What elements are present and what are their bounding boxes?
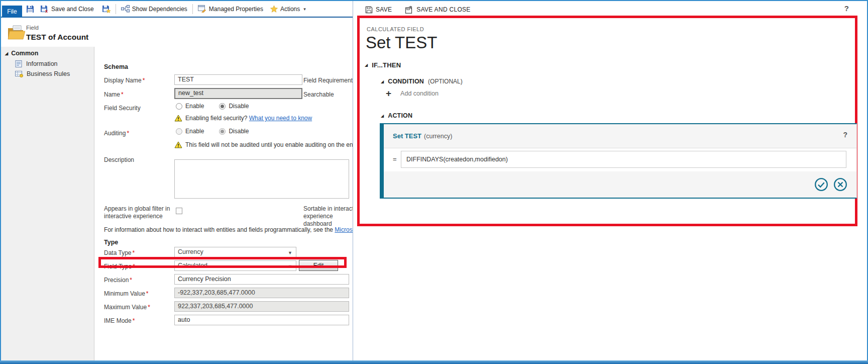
managed-properties-button[interactable]: Managed Properties xyxy=(198,5,263,13)
annotation-box-editor: CALCULATED FIELD Set TEST ◢ IF...THEN ◢ … xyxy=(357,16,857,226)
field-security-radio-group: Enable Disable xyxy=(176,103,249,110)
field-security-warning-text: Enabling field security? xyxy=(185,115,247,122)
schema-section-heading: Schema xyxy=(104,63,128,70)
actions-menu-button[interactable]: Actions ▾ xyxy=(270,6,306,13)
managed-properties-icon xyxy=(198,5,206,13)
confirm-check-button[interactable] xyxy=(814,177,828,192)
window-bottom-edge xyxy=(0,360,868,364)
help-icon[interactable]: ? xyxy=(843,131,847,139)
show-dependencies-icon xyxy=(121,5,130,13)
chevron-down-icon: ▾ xyxy=(303,7,306,12)
auditing-disable-radio[interactable] xyxy=(219,128,226,135)
panel-save-button[interactable]: SAVE xyxy=(365,6,392,14)
file-tab[interactable]: File xyxy=(2,6,22,18)
main-toolbar: File x Save and Close Show Dependencies … xyxy=(1,1,353,18)
precision-label: Precision* xyxy=(104,277,132,284)
what-you-need-to-know-link[interactable]: What you need to know xyxy=(249,115,312,122)
sidebar-item-label: Business Rules xyxy=(27,70,70,77)
calculated-field-panel: SAVE SAVE AND CLOSE ? CALCULATED FIELD S… xyxy=(353,1,867,360)
field-type-label: Field Type* xyxy=(104,263,135,270)
save-and-close-button[interactable]: x Save and Close xyxy=(40,5,94,13)
description-label: Description xyxy=(104,156,134,163)
programmability-info: For information about how to interact wi… xyxy=(104,226,372,233)
svg-text:x: x xyxy=(45,9,48,13)
actions-label: Actions xyxy=(280,6,300,13)
ime-mode-input[interactable]: auto xyxy=(174,315,349,325)
collapse-arrow-icon: ◢ xyxy=(381,114,384,118)
field-folder-icon xyxy=(7,25,25,41)
save-and-close-icon xyxy=(405,6,413,14)
if-then-section-header[interactable]: ◢ IF...THEN xyxy=(365,61,401,69)
field-security-disable-label: Disable xyxy=(229,103,249,110)
page-title: TEST of Account xyxy=(26,33,88,42)
collapse-arrow-icon: ◢ xyxy=(381,79,384,84)
condition-section-header[interactable]: ◢ CONDITION (OPTIONAL) xyxy=(381,78,463,85)
information-icon xyxy=(15,60,23,67)
sidebar-item-label: Information xyxy=(26,60,58,67)
condition-optional-label: (OPTIONAL) xyxy=(428,78,463,85)
field-security-warning: Enabling field security? What you need t… xyxy=(174,115,312,122)
panel-save-and-close-label: SAVE AND CLOSE xyxy=(416,6,470,13)
programmability-info-text: For information about how to interact wi… xyxy=(104,226,335,233)
formula-input[interactable]: DIFFINDAYS(createdon,modifiedon) xyxy=(401,151,846,168)
field-type-value: Calculated xyxy=(178,262,207,269)
sidebar-item-business-rules[interactable]: Business Rules xyxy=(1,69,94,79)
global-filter-checkbox[interactable] xyxy=(176,208,182,214)
editor-title: Set TEST xyxy=(366,33,437,52)
equals-sign: = xyxy=(393,155,397,163)
sidebar-group-common[interactable]: ◢ Common xyxy=(1,47,94,59)
auditing-enable-radio[interactable] xyxy=(176,128,182,135)
actions-star-icon xyxy=(270,6,278,13)
field-form: Schema Display Name* TEST Field Requirem… xyxy=(94,47,353,360)
cancel-x-button[interactable] xyxy=(833,177,847,192)
type-section-heading: Type xyxy=(104,239,118,246)
action-field-name: Set TEST xyxy=(393,132,421,140)
action-label: ACTION xyxy=(388,112,412,119)
panel-save-and-close-button[interactable]: SAVE AND CLOSE xyxy=(405,6,470,14)
auditing-warning-text: This field will not be audited until you… xyxy=(185,141,362,148)
save-icon xyxy=(26,5,34,13)
precision-input[interactable]: Currency Precision xyxy=(174,274,349,285)
navigation-sidebar: ◢ Common Information Business Rules xyxy=(1,47,94,360)
plus-icon: + xyxy=(386,90,391,97)
save-button[interactable] xyxy=(26,5,34,13)
help-icon[interactable]: ? xyxy=(844,4,849,13)
auditing-enable-label: Enable xyxy=(185,128,204,135)
searchable-label: Searchable xyxy=(303,91,334,98)
editor-kicker: CALCULATED FIELD xyxy=(367,26,424,32)
sidebar-group-label: Common xyxy=(11,50,38,57)
description-textarea[interactable] xyxy=(174,159,349,199)
field-security-enable-label: Enable xyxy=(185,103,204,110)
managed-properties-label: Managed Properties xyxy=(209,6,263,13)
auditing-radio-group: Enable Disable xyxy=(176,128,249,135)
minimum-value-label: Minimum Value* xyxy=(104,290,148,297)
action-field-type: (currency) xyxy=(424,133,452,140)
data-type-value: Currency xyxy=(178,248,203,255)
save-and-new-button[interactable] xyxy=(102,5,111,13)
field-security-enable-radio[interactable] xyxy=(176,103,182,110)
show-dependencies-button[interactable]: Show Dependencies xyxy=(121,5,187,13)
field-type-select[interactable]: Calculated ▼ xyxy=(174,260,296,271)
toolbar-separator xyxy=(116,4,116,14)
data-type-label: Data Type* xyxy=(104,249,135,256)
global-filter-label: Appears in global filter in interactive … xyxy=(104,205,170,220)
action-section-header[interactable]: ◢ ACTION xyxy=(381,112,412,119)
sidebar-item-information[interactable]: Information xyxy=(1,59,94,69)
field-requirement-label: Field Requirement* xyxy=(303,77,356,84)
add-condition-button[interactable]: + Add condition xyxy=(386,90,439,97)
display-name-input[interactable]: TEST xyxy=(174,74,302,85)
minimum-value-input: -922,337,203,685,477.0000 xyxy=(174,288,349,298)
auditing-label: Auditing* xyxy=(104,130,129,137)
action-formula-row: = DIFFINDAYS(createdon,modifiedon) xyxy=(384,148,856,171)
name-label: Name* xyxy=(104,91,124,98)
record-type-label: Field xyxy=(26,25,39,31)
field-type-edit-button[interactable]: Edit xyxy=(299,260,338,271)
condition-label: CONDITION xyxy=(388,78,424,85)
business-rules-icon xyxy=(15,70,23,77)
data-type-select[interactable]: Currency ▼ xyxy=(174,247,296,257)
ime-mode-label: IME Mode* xyxy=(104,317,135,324)
dropdown-arrow-icon: ▼ xyxy=(288,249,292,257)
save-and-close-label: Save and Close xyxy=(51,6,94,13)
collapse-arrow-icon: ◢ xyxy=(365,63,368,67)
field-security-disable-radio[interactable] xyxy=(219,103,226,110)
